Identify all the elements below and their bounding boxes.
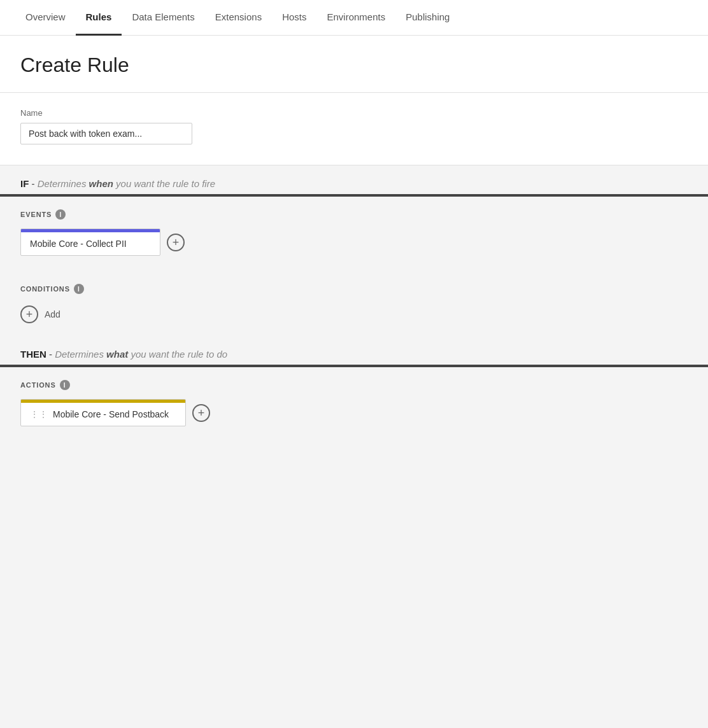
bottom-spacer <box>0 442 708 454</box>
add-action-icon: + <box>198 407 205 419</box>
page-title: Create Rule <box>20 53 688 77</box>
events-label-row: EVENTS i <box>20 209 688 220</box>
conditions-add-row: + Add <box>0 305 708 336</box>
events-card-row: Mobile Core - Collect PII + <box>20 228 688 256</box>
then-what: what <box>104 349 131 360</box>
then-determines: Determines <box>55 349 104 360</box>
then-header: THEN - Determines what you want the rule… <box>0 336 708 360</box>
nav-item-overview[interactable]: Overview <box>15 0 76 36</box>
main-content: Name IF - Determines when you want the r… <box>0 93 708 454</box>
event-card[interactable]: Mobile Core - Collect PII <box>20 228 160 256</box>
then-keyword: THEN <box>20 349 46 360</box>
drag-handle-icon[interactable]: ⋮⋮ <box>30 409 48 419</box>
nav-item-rules[interactable]: Rules <box>76 0 122 36</box>
conditions-label-row: CONDITIONS i <box>20 284 688 294</box>
add-condition-label[interactable]: Add <box>45 309 60 319</box>
add-action-button[interactable]: + <box>192 404 210 422</box>
add-event-icon: + <box>173 237 180 248</box>
actions-label-row: ACTIONS i <box>20 380 688 390</box>
nav-item-hosts[interactable]: Hosts <box>272 0 316 36</box>
nav-item-extensions[interactable]: Extensions <box>205 0 272 36</box>
events-info-icon[interactable]: i <box>55 209 66 220</box>
then-dash: - <box>46 349 55 360</box>
events-subsection: EVENTS i Mobile Core - Collect PII + <box>0 197 708 271</box>
if-determines: Determines <box>38 178 87 189</box>
add-condition-button[interactable]: + <box>20 305 38 323</box>
actions-subsection: ACTIONS i ⋮⋮ Mobile Core - Send Postback… <box>0 367 708 442</box>
if-label: IF - Determines when you want the rule t… <box>20 178 688 189</box>
then-rest: you want the rule to do <box>131 349 227 360</box>
conditions-info-icon[interactable]: i <box>74 284 84 294</box>
add-event-button[interactable]: + <box>167 234 185 251</box>
actions-label: ACTIONS <box>20 381 56 389</box>
top-nav: Overview Rules Data Elements Extensions … <box>0 0 708 36</box>
name-label: Name <box>20 108 688 118</box>
events-label: EVENTS <box>20 211 52 218</box>
add-condition-icon: + <box>26 309 33 320</box>
action-card-body: ⋮⋮ Mobile Core - Send Postback <box>21 403 185 426</box>
page-header: Create Rule <box>0 36 708 93</box>
name-input[interactable] <box>20 123 192 144</box>
if-when: when <box>86 178 116 189</box>
if-header: IF - Determines when you want the rule t… <box>0 165 708 189</box>
name-section: Name <box>0 93 708 165</box>
actions-info-icon[interactable]: i <box>60 380 70 390</box>
if-rest: you want the rule to fire <box>116 178 215 189</box>
nav-item-environments[interactable]: Environments <box>316 0 395 36</box>
actions-card-row: ⋮⋮ Mobile Core - Send Postback + <box>20 399 688 426</box>
conditions-subsection: CONDITIONS i <box>0 271 708 305</box>
nav-item-publishing[interactable]: Publishing <box>395 0 460 36</box>
if-keyword: IF <box>20 178 29 189</box>
then-label: THEN - Determines what you want the rule… <box>20 349 688 360</box>
nav-item-data-elements[interactable]: Data Elements <box>122 0 204 36</box>
action-card[interactable]: ⋮⋮ Mobile Core - Send Postback <box>20 399 186 426</box>
if-dash: - <box>29 178 37 189</box>
event-card-body: Mobile Core - Collect PII <box>21 232 160 255</box>
action-card-label: Mobile Core - Send Postback <box>53 409 169 419</box>
if-section: IF - Determines when you want the rule t… <box>0 165 708 336</box>
conditions-label: CONDITIONS <box>20 285 70 293</box>
then-section: THEN - Determines what you want the rule… <box>0 336 708 442</box>
